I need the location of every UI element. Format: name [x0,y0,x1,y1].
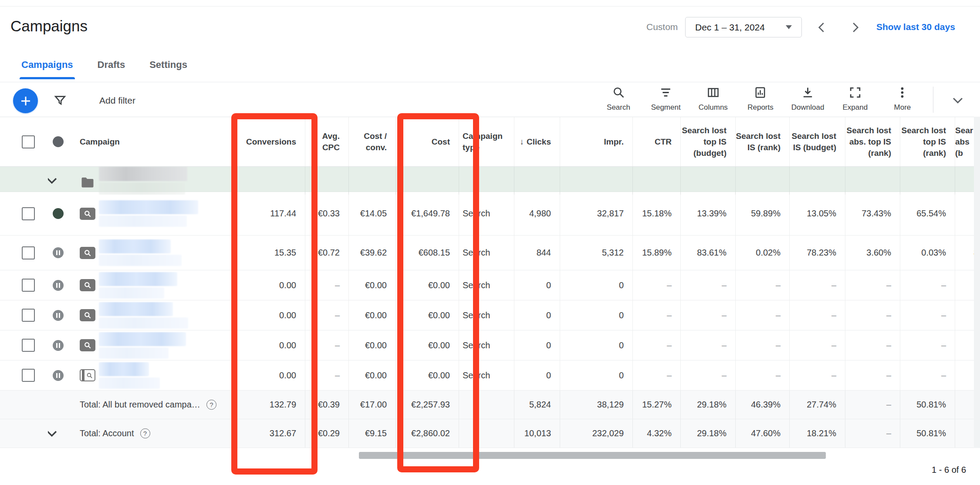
row-status [48,270,72,300]
expand-account-total-icon[interactable] [48,426,59,441]
row-checkbox[interactable] [22,309,35,322]
header-impr[interactable]: Impr. [560,117,632,166]
cell-ctr [632,167,680,195]
cell-search_lost_is_rank: – [735,300,789,330]
show-last-30-days-link[interactable]: Show last 30 days [876,22,955,32]
horizontal-scrollbar[interactable] [359,452,826,459]
row-select [0,300,48,330]
cell-search_lost_truncated [955,270,974,300]
redacted-campaign-name [99,167,187,195]
status-paused-icon[interactable] [53,340,64,351]
header-cost[interactable]: Cost [395,117,459,166]
reports-button[interactable]: Reports [740,86,781,112]
cell-cost: €0.00 [395,270,459,300]
totals-expand [48,391,72,419]
row-status [48,192,72,235]
totals-ctr: 4.32% [632,419,680,448]
header-search_lost_truncated[interactable]: Searabs(b [955,117,974,166]
toolbar-divider [933,87,933,113]
row-status [48,236,72,270]
row-checkbox[interactable] [22,369,35,382]
collapse-group-icon[interactable] [48,173,59,188]
header-search_lost_abs_top_is_rank[interactable]: Search lostabs. top IS(rank) [845,117,900,166]
help-icon[interactable]: ? [206,400,216,410]
cell-clicks: 844 [514,236,560,270]
status-paused-icon[interactable] [53,280,64,291]
totals-expand [48,419,72,448]
cell-cost_per_conv [348,167,395,195]
header-search_lost_top_is_rank[interactable]: Search losttop IS(rank) [900,117,955,166]
row-checkbox[interactable] [22,279,35,292]
previous-period-button[interactable] [815,21,828,34]
row-campaign[interactable] [72,270,233,300]
row-checkbox[interactable] [22,246,35,259]
row-campaign[interactable] [72,167,233,195]
cell-search_lost_abs_top_is_rank: – [845,330,900,360]
download-button[interactable]: Download [787,86,829,112]
action-label: Columns [699,103,728,112]
totals-campaign_type [459,391,514,419]
add-filter-button[interactable]: Add filter [99,95,135,106]
status-paused-icon[interactable] [53,310,64,321]
cell-conversions: 0.00 [233,270,305,300]
totals-impr: 232,029 [560,419,632,448]
header-campaign_type[interactable]: Campaigntype [459,117,514,166]
tab-campaigns[interactable]: Campaigns [21,59,73,77]
totals-impr: 38,129 [560,391,632,419]
row-select [0,192,48,235]
header-status [48,117,72,166]
more-button[interactable]: More [882,86,923,112]
toolbar-actions: SearchSegmentColumnsReportsDownloadExpan… [598,86,923,112]
header-search_lost_top_is_budget[interactable]: Search losttop IS(budget) [680,117,735,166]
cell-conversions: 0.00 [233,330,305,360]
cell-search_lost_is_budget: – [789,300,845,330]
add-campaign-button[interactable] [13,88,38,113]
cell-cost_per_conv: €0.00 [348,300,395,330]
header-campaign[interactable]: Campaign [72,117,233,166]
status-paused-icon[interactable] [53,247,64,258]
cell-clicks: 0 [514,270,560,300]
collapse-toolbar-button[interactable] [950,93,965,108]
help-icon[interactable]: ? [140,428,150,438]
expand-button[interactable]: Expand [834,86,876,112]
status-enabled-icon[interactable] [53,208,64,219]
next-period-button[interactable] [848,21,862,34]
header-search_lost_is_rank[interactable]: Search lostIS (rank) [735,117,789,166]
columns-button[interactable]: Columns [692,86,734,112]
date-range-selector[interactable]: Dec 1 – 31, 2024 [685,17,802,37]
cell-clicks: 0 [514,330,560,360]
header-clicks[interactable]: ↓Clicks [514,117,560,166]
cell-impr: 0 [560,360,632,390]
status-paused-icon[interactable] [53,370,64,381]
row-checkbox[interactable] [22,339,35,352]
search-icon [612,86,625,101]
row-campaign[interactable] [72,330,233,360]
tab-bar: CampaignsDraftsSettings [21,59,187,77]
cell-search_lost_is_budget: – [789,270,845,300]
row-campaign[interactable] [72,360,233,390]
tab-drafts[interactable]: Drafts [98,59,125,77]
action-label: Expand [842,103,868,112]
tab-settings[interactable]: Settings [149,59,187,77]
row-campaign[interactable] [72,192,233,235]
cell-search_lost_abs_top_is_rank: 3.60% [845,236,900,270]
header-avg_cpc[interactable]: Avg.CPC [305,117,348,166]
cell-clicks: 4,980 [514,192,560,235]
search-button[interactable]: Search [598,86,639,112]
row-campaign[interactable] [72,300,233,330]
row-select [0,360,48,390]
dropdown-caret-icon [786,25,792,29]
totals-search_lost_truncated [955,391,974,419]
header-ctr[interactable]: CTR [632,117,680,166]
header-select-all [0,117,48,166]
row-campaign[interactable] [72,236,233,270]
segment-button[interactable]: Segment [645,86,687,112]
header-search_lost_is_budget[interactable]: Search lostIS (budget) [789,117,845,166]
header-cost_per_conv[interactable]: Cost / conv. [348,117,395,166]
totals-row: Total: All but removed campa…?132.79€0.3… [0,391,980,419]
row-checkbox[interactable] [22,207,35,220]
cell-cost: €0.00 [395,330,459,360]
filter-icon[interactable] [53,94,67,108]
header-conversions[interactable]: Conversions [233,117,305,166]
select-all-checkbox[interactable] [22,135,35,148]
